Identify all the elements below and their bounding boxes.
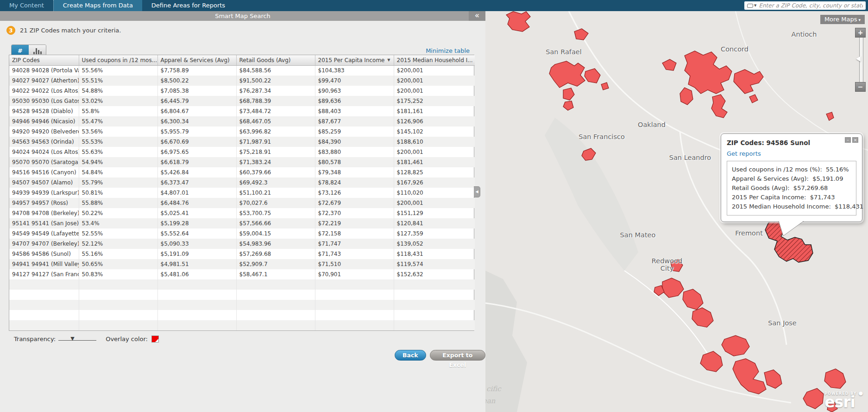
- column-header-retail-goods[interactable]: Retail Goods (Avg): [236, 55, 315, 65]
- column-header-apparel-services[interactable]: Apparel & Services (Avg): [157, 55, 236, 65]
- zip-overlay-polygon[interactable]: [574, 29, 588, 40]
- table-cell: $7,085.38: [157, 86, 236, 96]
- more-maps-button[interactable]: More Maps▾: [820, 15, 865, 24]
- esri-globe-icon: ●: [858, 390, 863, 396]
- zip-overlay-polygon[interactable]: [662, 59, 676, 70]
- popup-detail-line: 2015 Median Household Income: $118,431: [732, 202, 851, 211]
- empty-table-cell: [157, 279, 236, 290]
- table-row[interactable]: 95070 95070 (Saratoga)54.94%$6,618.79$71…: [9, 157, 475, 167]
- table-row[interactable]: 94920 94920 (Belvedere53.56%$5,955.79$63…: [9, 127, 475, 137]
- table-row[interactable]: 94563 94563 (Orinda)55.53%$6,670.69$71,9…: [9, 137, 475, 147]
- table-cell: $69,492.3: [236, 177, 315, 188]
- zip-overlay-polygon[interactable]: [749, 95, 758, 103]
- minimize-table-link[interactable]: Minimize table: [426, 47, 470, 54]
- zip-overlay-polygon[interactable]: [671, 260, 683, 272]
- location-search-box[interactable]: ▼: [744, 1, 866, 10]
- search-input[interactable]: [759, 2, 863, 9]
- zip-overlay-polygon[interactable]: [700, 351, 723, 372]
- table-row[interactable]: 94939 94939 (Larkspur)50.81%$4,807.01$51…: [9, 188, 475, 198]
- zoom-out-button[interactable]: −: [855, 82, 866, 92]
- zip-overlay-polygon[interactable]: [733, 359, 766, 394]
- table-cell: $53,700.75: [236, 208, 315, 218]
- table-row[interactable]: 95141 95141 (San Jose)53.4%$5,199.28$57,…: [9, 218, 475, 228]
- zip-overlay-polygon[interactable]: [601, 82, 609, 90]
- zip-overlay-polygon[interactable]: [549, 61, 585, 88]
- popup-close-button[interactable]: ×: [852, 137, 858, 143]
- empty-table-cell: [394, 310, 475, 320]
- column-header-zip-codes[interactable]: ZIP Codes: [9, 55, 79, 65]
- column-header-median-household-income[interactable]: 2015 Median Household I...: [394, 55, 475, 65]
- empty-table-row: [9, 320, 475, 330]
- get-reports-link[interactable]: Get reports: [721, 148, 862, 160]
- more-maps-dropdown-icon: ▾: [858, 18, 861, 22]
- table-cell: $200,001: [394, 86, 475, 96]
- zoom-slider-track[interactable]: [859, 38, 863, 82]
- table-row[interactable]: 94507 94507 (Alamo)55.79%$6,373.47$69,49…: [9, 177, 475, 188]
- map-canvas[interactable]: San RafaelAntiochConcordOaklandSan Franc…: [485, 11, 868, 412]
- zip-overlay-polygon[interactable]: [563, 101, 573, 110]
- sort-dropdown-icon[interactable]: ▼: [387, 58, 390, 62]
- column-header-per-capita-income[interactable]: 2015 Per Capita Income▼: [315, 55, 394, 65]
- table-row[interactable]: 94586 94586 (Sunol)55.16%$5,191.09$57,26…: [9, 249, 475, 259]
- zip-overlay-polygon[interactable]: [662, 278, 684, 298]
- overlay-color-swatch[interactable]: [151, 336, 159, 342]
- table-row[interactable]: 94516 94516 (Canyon)54.84%$5,426.84$60,3…: [9, 167, 475, 177]
- table-cell: $128,825: [394, 167, 475, 177]
- tab-create-maps-from-data[interactable]: Create Maps from Data: [53, 0, 142, 11]
- table-row[interactable]: 94708 94708 (Berkeley)50.22%$5,025.41$53…: [9, 208, 475, 218]
- table-cell: 50.81%: [79, 188, 157, 198]
- table-row[interactable]: 94127 94127 (San Franc50.83%$5,481.06$58…: [9, 269, 475, 279]
- table-cell: $71,747: [315, 239, 394, 249]
- export-to-excel-button[interactable]: Export to Excel: [430, 350, 485, 361]
- popup-detail-line: Retail Goods (Avg): $57,269.68: [732, 184, 851, 193]
- zip-overlay-polygon[interactable]: [734, 70, 763, 94]
- table-row[interactable]: 94549 94549 (Lafayette)52.55%$5,552.64$5…: [9, 228, 475, 239]
- column-header-used-coupons[interactable]: Used coupons in /12 mos...: [79, 55, 157, 65]
- empty-table-row: [9, 279, 475, 290]
- empty-table-row: [9, 300, 475, 310]
- table-row[interactable]: 95030 95030 (Los Gatos53.02%$6,445.79$68…: [9, 96, 475, 106]
- zoom-in-button[interactable]: +: [855, 28, 866, 38]
- table-row[interactable]: 94707 94707 (Berkeley)52.12%$5,090.33$54…: [9, 239, 475, 249]
- zip-overlay-polygon[interactable]: [803, 388, 824, 409]
- table-row[interactable]: 94941 94941 (Mill Valley50.65%$4,981.51$…: [9, 259, 475, 269]
- search-type-dropdown-icon[interactable]: ▼: [754, 4, 756, 7]
- table-row[interactable]: 94528 94528 (Diablo)55.8%$6,804.67$73,48…: [9, 106, 475, 116]
- zoom-slider-handle[interactable]: [856, 56, 861, 62]
- popup-minimize-button[interactable]: –: [845, 137, 851, 143]
- transparency-slider-handle[interactable]: ▼: [70, 336, 74, 342]
- zip-overlay-polygon[interactable]: [826, 112, 834, 120]
- table-row[interactable]: 94946 94946 (Nicasio)55.47%$6,300.34$68,…: [9, 116, 475, 127]
- table-row[interactable]: 94027 94027 (Atherton)55.51%$8,500.22$91…: [9, 76, 475, 86]
- back-button[interactable]: Back: [395, 350, 426, 361]
- zip-overlay-polygon[interactable]: [692, 308, 713, 327]
- zip-overlay-polygon[interactable]: [764, 370, 782, 388]
- popup-detail-line: Used coupons in /12 mos (%): 55.16%: [732, 165, 851, 174]
- empty-table-cell: [315, 300, 394, 310]
- zip-overlay-polygon[interactable]: [824, 369, 846, 388]
- tab-my-content[interactable]: My Content: [0, 0, 53, 11]
- zip-overlay-polygon[interactable]: [722, 336, 749, 356]
- esri-attribution: POWERED BY ● esri: [824, 390, 863, 408]
- zip-overlay-polygon[interactable]: [680, 88, 693, 105]
- zip-overlay-polygon[interactable]: [585, 69, 600, 83]
- table-cell: $5,552.64: [157, 228, 236, 239]
- table-row[interactable]: 94022 94022 (Los Altos)54.88%$7,085.38$7…: [9, 86, 475, 96]
- table-row[interactable]: 94024 94024 (Los Altos)55.63%$6,975.65$7…: [9, 147, 475, 157]
- collapse-panel-button[interactable]: «: [469, 11, 485, 21]
- zip-overlay-polygon[interactable]: [683, 289, 703, 310]
- table-cell: $73,484.72: [236, 106, 315, 116]
- transparency-slider[interactable]: ▼: [58, 336, 96, 341]
- table-cell: $200,001: [394, 198, 475, 208]
- tab-define-areas-for-reports[interactable]: Define Areas for Reports: [142, 0, 234, 11]
- table-row[interactable]: 94957 94957 (Ross)55.88%$6,484.76$70,027…: [9, 198, 475, 208]
- table-cell: 94028 94028 (Portola Va: [9, 65, 79, 76]
- zip-overlay-polygon[interactable]: [563, 88, 574, 100]
- zip-overlay-polygon[interactable]: [506, 12, 530, 32]
- zip-overlay-polygon[interactable]: [685, 51, 732, 94]
- zip-overlay-polygon[interactable]: [711, 95, 727, 118]
- collapse-table-side-tab[interactable]: ◀: [474, 186, 480, 197]
- table-row[interactable]: 94028 94028 (Portola Va55.56%$7,758.89$8…: [9, 65, 475, 76]
- table-cell: $181,161: [394, 106, 475, 116]
- table-cell: $90,963: [315, 86, 394, 96]
